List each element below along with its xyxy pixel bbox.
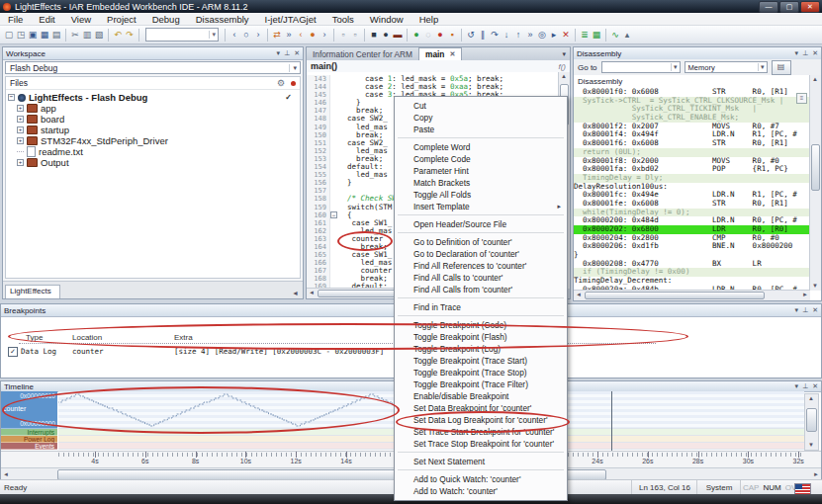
gear-icon[interactable]: ⚙: [277, 78, 285, 88]
next-statement-icon[interactable]: »: [524, 28, 536, 42]
tree-root[interactable]: −LightEffects - Flash Debug✓: [8, 92, 300, 103]
menu-i-jet-jtagjet[interactable]: I-jet/JTAGjet: [257, 14, 324, 25]
stop-debug-icon[interactable]: ✕: [560, 28, 572, 42]
disassembly-content[interactable]: Disassembly 0x80001f0: 0x6008 STR R0, [R…: [574, 75, 810, 291]
menu-edit[interactable]: Edit: [31, 14, 62, 25]
menu-item-toggle-breakpoint-trace-filter[interactable]: Toggle Breakpoint (Trace Filter): [395, 378, 567, 390]
expand-icon[interactable]: +: [17, 159, 24, 166]
menu-item-set-data-log-breakpoint-for-counter[interactable]: Set Data Log Breakpoint for 'counter': [395, 414, 567, 426]
expand-icon[interactable]: +: [17, 116, 24, 123]
menu-item-open-header-source-file[interactable]: Open Header/Source File: [395, 218, 567, 230]
profiler-icon[interactable]: ▴: [621, 28, 633, 42]
toggle-bookmark-icon[interactable]: ⇄: [271, 28, 283, 42]
menu-item-match-brackets[interactable]: Match Brackets: [395, 177, 567, 189]
expand-icon[interactable]: +: [17, 126, 24, 133]
menu-item-add-to-quick-watch-counter[interactable]: Add to Quick Watch: 'counter': [395, 473, 567, 485]
menu-item-go-to-definition-of-counter[interactable]: Go to Definition of 'counter': [395, 236, 567, 248]
flash-icon[interactable]: ▬: [392, 28, 404, 42]
menu-item-add-to-watch-counter[interactable]: Add to Watch: 'counter': [395, 485, 567, 497]
power-debug-icon[interactable]: ▪: [446, 28, 458, 42]
function-list-icon[interactable]: f(): [558, 62, 566, 71]
pin-icon[interactable]: ⊥: [802, 305, 808, 315]
menu-item-parameter-hint[interactable]: Parameter Hint: [395, 165, 567, 177]
cspy-icon[interactable]: ◌: [422, 28, 434, 42]
close-panel-icon[interactable]: ✕: [294, 48, 300, 58]
step-into-icon[interactable]: ↓: [501, 28, 512, 42]
save-icon[interactable]: ▣: [27, 28, 39, 42]
cspy-log-icon[interactable]: ≣: [579, 28, 591, 42]
step-over-icon[interactable]: ↷: [489, 28, 501, 42]
snapshot-icon[interactable]: ▦: [591, 28, 602, 42]
menu-item-complete-code[interactable]: Complete Code: [395, 153, 567, 165]
chevron-down-icon[interactable]: ▾: [758, 63, 767, 71]
editor-tab-main[interactable]: main✕: [418, 47, 462, 60]
code-coverage-icon[interactable]: ▤: [772, 60, 791, 75]
menu-item-toggle-breakpoint-log[interactable]: Toggle Breakpoint (Log): [395, 343, 567, 355]
timeline-lane-label-interrupts[interactable]: Interrupts: [1, 429, 57, 436]
tab-list-dropdown-icon[interactable]: ▾: [562, 50, 570, 60]
menu-item-complete-word[interactable]: Complete Word: [395, 141, 567, 153]
disassembly-horizontal-scrollbar[interactable]: ◄ ►: [574, 290, 810, 300]
disassembly-vertical-scrollbar[interactable]: ▲ ▼: [809, 75, 821, 291]
menu-item-find-all-calls-to-counter[interactable]: Find All Calls to 'counter': [395, 272, 567, 284]
menu-item-find-all-references-to-counter[interactable]: Find All References to 'counter': [395, 260, 567, 272]
redo-icon[interactable]: ↷: [124, 28, 136, 42]
view-mode-selector[interactable]: Memory ▾: [685, 61, 768, 73]
workspace-tab-lighteffects[interactable]: LightEffects: [5, 285, 60, 298]
reset-icon[interactable]: ↺: [465, 28, 477, 42]
menu-item-paste[interactable]: Paste: [395, 124, 567, 135]
debug-file-icon[interactable]: ■: [368, 28, 380, 42]
maximize-button[interactable]: ▢: [779, 1, 799, 13]
menu-item-toggle-breakpoint-flash[interactable]: Toggle Breakpoint (Flash): [395, 331, 567, 343]
menu-item-find-all-calls-from-counter[interactable]: Find All Calls from 'counter': [395, 284, 567, 295]
editor-tab-information-center-for-arm[interactable]: Information Center for ARM: [307, 48, 418, 60]
search-combo[interactable]: ▾: [145, 28, 219, 42]
timeline-lane-label-power-log[interactable]: Power Log: [1, 436, 57, 443]
menu-window[interactable]: Window: [362, 14, 411, 25]
minimize-button[interactable]: —: [759, 1, 778, 13]
menu-disassembly[interactable]: Disassembly: [188, 14, 257, 25]
menu-item-go-to-declaration-of-counter[interactable]: Go to Declaration of 'counter': [395, 248, 567, 260]
step-out-icon[interactable]: ↑: [512, 28, 524, 42]
tree-item-output[interactable]: +Output: [8, 157, 300, 168]
timeline-lane-label-counter[interactable]: 0x000000100x00000000counter: [1, 391, 57, 429]
open-icon[interactable]: ◳: [15, 28, 27, 42]
close-tab-icon[interactable]: ✕: [449, 50, 455, 58]
fold-icon[interactable]: −: [330, 211, 337, 218]
panel-menu-icon[interactable]: ▾: [795, 305, 799, 315]
run-to-cursor-icon[interactable]: ◎: [536, 28, 548, 42]
panel-menu-icon[interactable]: ▾: [277, 48, 281, 58]
menu-item-cut[interactable]: Cut: [395, 100, 567, 112]
close-panel-icon[interactable]: ✕: [812, 305, 818, 315]
tree-item-readme-txt[interactable]: readme.txt: [8, 146, 300, 157]
pin-icon[interactable]: ⊥: [802, 48, 808, 58]
menu-item-toggle-breakpoint-trace-stop[interactable]: Toggle Breakpoint (Trace Stop): [395, 367, 567, 378]
close-panel-icon[interactable]: ✕: [812, 48, 818, 58]
paste-icon[interactable]: ▧: [93, 28, 105, 42]
tree-item-app[interactable]: +app: [8, 103, 300, 114]
menu-tools[interactable]: Tools: [324, 14, 362, 25]
find-next-icon[interactable]: ›: [252, 28, 264, 42]
chevron-down-icon[interactable]: ▾: [671, 63, 680, 71]
collapse-icon[interactable]: −: [8, 94, 15, 101]
menu-item-toggle-all-folds[interactable]: Toggle All Folds: [395, 189, 567, 201]
menu-help[interactable]: Help: [411, 14, 447, 25]
connected-icon[interactable]: ●: [411, 28, 422, 42]
menu-item-find-in-trace[interactable]: Find in Trace: [395, 301, 567, 313]
previous-bookmark-icon[interactable]: ‹: [295, 28, 307, 42]
compare-files-icon[interactable]: ▫: [337, 28, 349, 42]
menu-item-set-trace-start-breakpoint-for-counter[interactable]: Set Trace Start Breakpoint for 'counter': [395, 426, 567, 438]
menu-item-enable-disable-breakpoint[interactable]: Enable/disable Breakpoint: [395, 390, 567, 402]
tree-item-stm32f4xx-stdperiph-driver[interactable]: +STM32F4xx_StdPeriph_Driver: [8, 135, 300, 146]
panel-menu-ic[interactable]: ▾: [795, 381, 799, 391]
expand-icon[interactable]: +: [17, 105, 24, 112]
next-bookmark-icon[interactable]: »: [283, 28, 295, 42]
goto-input[interactable]: ▾: [601, 61, 681, 73]
break-icon[interactable]: ∥: [477, 28, 489, 42]
print-icon[interactable]: ▤: [50, 28, 62, 42]
new-document-icon[interactable]: ▢: [3, 28, 15, 42]
pin-icon[interactable]: ⊥: [284, 48, 290, 58]
breakpoint-enabled-checkbox[interactable]: ✓: [8, 347, 18, 357]
configuration-selector[interactable]: Flash Debug ▾: [5, 61, 301, 74]
chevron-down-icon[interactable]: ▾: [289, 64, 300, 72]
